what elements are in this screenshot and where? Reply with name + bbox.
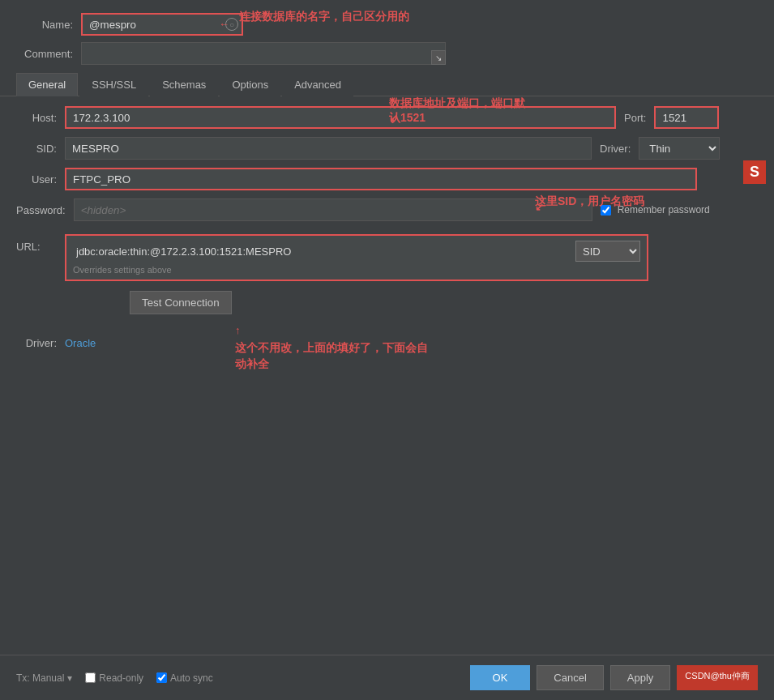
port-label: Port: — [616, 112, 654, 124]
url-section: URL: SID Service name TNS Overrides sett… — [16, 234, 758, 281]
url-type-select[interactable]: SID Service name TNS — [575, 241, 640, 262]
user-input[interactable] — [65, 168, 697, 190]
tab-advanced[interactable]: Advanced — [282, 73, 353, 96]
autosync-group: Auto sync — [156, 672, 213, 684]
url-label: URL: — [16, 234, 65, 253]
comment-input[interactable] — [81, 42, 446, 65]
readonly-label: Read-only — [99, 672, 143, 684]
comment-label: Comment: — [16, 48, 81, 60]
test-connection-section: Test Connection — [65, 291, 774, 327]
driver-info-label: Driver: — [16, 337, 65, 349]
password-section: Password: Remember password — [0, 198, 774, 221]
user-label: User: — [16, 173, 65, 186]
bottom-left: Tx: Manual ▾ Read-only Auto sync — [16, 672, 213, 684]
bottom-buttons: OK Cancel Apply CSDN@thu仲商 — [470, 665, 758, 690]
host-section: Host: Port: — [0, 106, 774, 129]
test-connection-button[interactable]: Test Connection — [130, 291, 232, 314]
remember-password-checkbox[interactable] — [601, 205, 611, 216]
url-box: SID Service name TNS Overrides settings … — [65, 234, 648, 281]
autosync-label: Auto sync — [170, 672, 213, 684]
name-input[interactable] — [81, 13, 243, 36]
search-icon: ○ — [225, 18, 238, 31]
overrides-note: Overrides settings above — [73, 265, 640, 275]
driver-info-row: Driver: Oracle — [0, 337, 774, 349]
readonly-checkbox[interactable] — [85, 672, 96, 683]
csdn-badge[interactable]: CSDN@thu仲商 — [677, 665, 758, 690]
cancel-button[interactable]: Cancel — [537, 665, 603, 690]
remember-password-group: Remember password — [601, 204, 710, 216]
name-input-wrapper: ○ — [81, 13, 243, 36]
password-input[interactable] — [74, 198, 592, 221]
url-inner-row: SID Service name TNS — [73, 241, 640, 262]
name-label: Name: — [16, 19, 81, 31]
tx-selector[interactable]: Tx: Manual ▾ — [16, 672, 72, 684]
annotation-overlay: ← 连接数据库的名字，自己区分用的 ↙ 数据库地址及端口，端口默认1521 ↙ … — [0, 0, 774, 700]
ok-button[interactable]: OK — [470, 665, 531, 690]
driver-link[interactable]: Oracle — [65, 337, 96, 349]
host-input[interactable] — [65, 106, 616, 129]
tx-chevron-icon: ▾ — [67, 672, 72, 684]
comment-row: Comment: ↘ — [16, 42, 758, 65]
driver-select[interactable]: Thin OCI8 OCI — [639, 137, 720, 160]
readonly-group: Read-only — [85, 672, 143, 684]
host-inner: Host: Port: — [16, 106, 758, 129]
remember-password-label: Remember password — [618, 204, 710, 216]
autosync-checkbox[interactable] — [156, 672, 167, 683]
driver-label: Driver: — [592, 143, 639, 155]
sid-input[interactable] — [65, 137, 592, 160]
user-inner: User: — [16, 168, 758, 190]
password-inner: Password: Remember password — [16, 198, 758, 221]
sid-inner: SID: Driver: Thin OCI8 OCI — [16, 137, 758, 160]
tx-label: Tx: Manual — [16, 672, 64, 684]
host-label: Host: — [16, 112, 65, 124]
bottom-bar: Tx: Manual ▾ Read-only Auto sync OK Canc… — [0, 655, 774, 700]
dialog: Name: ○ Comment: ↘ General SSH/SSL Schem… — [0, 0, 774, 700]
sid-section: SID: Driver: Thin OCI8 OCI — [0, 137, 774, 160]
tab-sshssl[interactable]: SSH/SSL — [79, 73, 148, 96]
tab-options[interactable]: Options — [220, 73, 280, 96]
port-input[interactable] — [654, 106, 719, 129]
url-input[interactable] — [73, 241, 569, 261]
apply-button[interactable]: Apply — [610, 665, 671, 690]
tab-schemas[interactable]: Schemas — [150, 73, 218, 96]
name-row: Name: ○ — [16, 13, 758, 36]
tabs-bar: General SSH/SSL Schemas Options Advanced — [0, 73, 774, 96]
user-section: User: — [0, 168, 774, 190]
password-label: Password: — [16, 204, 74, 216]
sid-label: SID: — [16, 143, 65, 155]
tab-general[interactable]: General — [16, 73, 78, 96]
expand-icon[interactable]: ↘ — [431, 50, 446, 65]
